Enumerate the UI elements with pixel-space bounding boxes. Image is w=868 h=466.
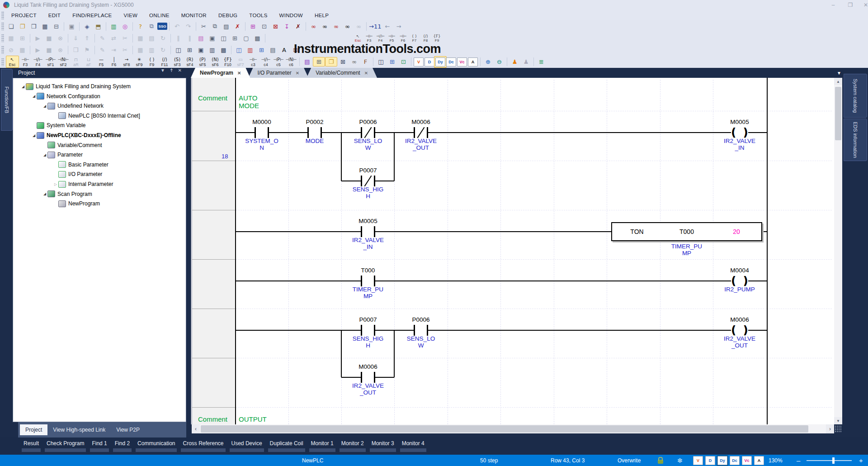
expander-open-icon[interactable]: ◢ (42, 192, 47, 196)
coil-set-button[interactable]: (S)sF3 (171, 56, 184, 67)
close-panel-icon[interactable]: ✕ (178, 68, 182, 73)
connect-line-button[interactable]: →sF8 (121, 56, 133, 67)
calendar-grid-icon[interactable]: ⊞ (229, 33, 241, 43)
tree-item-basic-parameter[interactable]: Basic Parameter (53, 160, 108, 169)
scroll-down-icon[interactable]: ▼ (834, 417, 842, 424)
menu-debug[interactable]: DEBUG (212, 13, 243, 18)
check-table-icon[interactable]: ⊞ (184, 45, 195, 55)
contact-M0000[interactable] (255, 127, 269, 138)
replace-device-icon[interactable]: ∞ (330, 22, 342, 31)
tab-eds-information[interactable]: EDS information (844, 119, 867, 161)
tab-system-catalog[interactable]: System catalog (844, 74, 867, 118)
goto-step-icon[interactable]: →11 (368, 22, 382, 31)
contact-p-button[interactable]: ⊣P⊢sF1 (45, 56, 57, 67)
tree-item-variable-comment[interactable]: Variable/Comment (42, 141, 102, 150)
results-tab-used-device[interactable]: Used Device (230, 437, 264, 455)
program-list-icon[interactable]: ◫ (375, 57, 387, 67)
scroll-left-icon[interactable]: ‹ (192, 424, 200, 433)
change-master-icon[interactable]: ▦ (5, 33, 17, 43)
arrow-mode-button[interactable]: ↖Esc (6, 56, 19, 68)
tool-bag-icon[interactable]: ⬒ (93, 22, 104, 31)
function-block-button[interactable]: {F}F10 (222, 56, 234, 67)
zoom-slider[interactable] (807, 455, 852, 466)
panel-tab-view-p2p[interactable]: View P2P (111, 424, 145, 435)
scroll-right-icon[interactable]: › (826, 424, 834, 433)
status-view-d-icon[interactable]: D (705, 455, 716, 466)
cell-red-icon[interactable]: ▥ (245, 45, 256, 55)
horizontal-scroll-thumb[interactable] (201, 425, 808, 433)
expander-open-icon[interactable]: ◢ (42, 153, 47, 157)
bar-view-icon[interactable]: ▥ (207, 45, 218, 55)
status-view-dc-icon[interactable]: Dc (729, 455, 740, 466)
replace-icon[interactable]: ∞ (342, 22, 353, 31)
save-project-icon[interactable]: ❒ (28, 22, 39, 31)
clip-doc-icon[interactable]: ▣ (207, 33, 218, 43)
open-project-icon[interactable]: ❐ (17, 22, 28, 31)
tree-item-parameter[interactable]: ◢Parameter (42, 150, 83, 159)
collapse-icon[interactable]: ▼ (160, 68, 165, 73)
cut-icon[interactable]: ✂ (198, 22, 209, 31)
tab-close-icon[interactable]: ✕ (364, 71, 368, 76)
delete-plc-icon[interactable]: ⊘ (5, 45, 17, 55)
delete-icon[interactable]: ✗ (232, 22, 243, 31)
contact-n-button[interactable]: ⊣N⊢sF2 (57, 56, 70, 67)
cell-insert-b-icon[interactable]: ◫ (233, 45, 245, 55)
menu-online[interactable]: ONLINE (143, 13, 175, 18)
status-view-a-icon[interactable]: A (754, 455, 764, 466)
open-edit-folder-icon[interactable]: ❐ (325, 57, 337, 67)
results-tab-check-program[interactable]: Check Program (45, 437, 86, 455)
donut-chart-icon[interactable]: ◎ (119, 22, 131, 31)
results-tab-cross-reference[interactable]: Cross Reference (181, 437, 225, 455)
upload-icon[interactable]: ⇑ (81, 33, 93, 43)
reset-cycle-icon[interactable]: ↻ (157, 45, 169, 55)
multi-line-button[interactable]: ✳sF9 (133, 56, 146, 67)
window-grid-icon[interactable]: ◫ (218, 33, 229, 43)
contact-T000[interactable] (361, 276, 375, 286)
menu-window[interactable]: WINDOW (274, 13, 309, 18)
contact-P0006[interactable] (361, 127, 375, 138)
save-all-icon[interactable]: ▦ (39, 22, 51, 31)
delete-cell-icon[interactable]: ⊠ (270, 22, 281, 31)
coil-nc-tool-button[interactable]: (/)F11 (159, 56, 171, 67)
vertical-scrollbar[interactable]: ▲ ▼ (834, 78, 842, 424)
user-inactive-icon[interactable]: ♟ (520, 57, 532, 67)
push-cell-icon[interactable]: ⊡ (259, 22, 270, 31)
expander-open-icon[interactable]: ◢ (31, 94, 37, 98)
new-project-icon[interactable]: ❏ (5, 22, 17, 31)
tab-overflow-icon[interactable]: ▼ (837, 71, 841, 76)
branch-p-button[interactable]: ⊣P⊢c5 (273, 56, 285, 67)
slave-setting-icon[interactable]: ⊞ (17, 33, 28, 43)
monitor-screen-icon[interactable]: ▥ (108, 22, 119, 31)
tab-close-icon[interactable]: ✕ (237, 71, 241, 76)
cell-gray-icon[interactable]: ▤ (267, 45, 278, 55)
online-edit-icon[interactable]: ✎ (97, 33, 108, 43)
coil-tool-button[interactable]: ( )F9 (146, 56, 158, 67)
insert-cell-icon[interactable]: ⊞ (247, 22, 259, 31)
menu-tools[interactable]: TOOLS (243, 13, 273, 18)
results-tab-monitor-2[interactable]: Monitor 2 (340, 437, 366, 455)
zoom-in-icon[interactable]: ⊕ (482, 57, 494, 67)
branch-n-button[interactable]: ⊣N⊢c6 (285, 56, 297, 67)
special-doc-icon[interactable]: ▤ (195, 33, 207, 43)
editor-tab-i-o-parameter[interactable]: I/O Parameter✕ (248, 68, 308, 78)
var-table-icon[interactable]: ◫ (173, 45, 184, 55)
break-x-icon[interactable]: ⊗ (55, 45, 66, 55)
monitor-list-icon[interactable]: ≣ (536, 57, 547, 67)
cut-online-icon[interactable]: ✂ (119, 45, 131, 55)
copy-window-icon[interactable]: ⧉ (146, 22, 157, 31)
status-view-dy-icon[interactable]: Dy (717, 455, 728, 466)
hline-tool-button[interactable]: —F5 (95, 56, 108, 67)
menu-monitor[interactable]: MONITOR (175, 13, 212, 18)
write-modify-icon[interactable]: ⇄ (108, 33, 119, 43)
insert-line-icon[interactable]: ↧ (281, 22, 292, 31)
rung-comment[interactable]: OUTPUT (239, 415, 267, 423)
print-icon[interactable]: ⊟ (51, 22, 62, 31)
menu-view[interactable]: VIEW (118, 13, 144, 18)
skip-to-icon[interactable]: ⇥ (108, 45, 119, 55)
expander-open-icon[interactable]: ◢ (31, 133, 37, 138)
ruler-view-icon[interactable]: ▩ (218, 45, 229, 55)
contact-M0006[interactable] (414, 127, 428, 138)
results-tab-duplicate-coil[interactable]: Duplicate Coil (268, 437, 305, 455)
tree-item-internal-parameter[interactable]: ▷Internal Parameter (53, 180, 113, 189)
tree-item-system-variable[interactable]: System Variable (31, 121, 85, 130)
